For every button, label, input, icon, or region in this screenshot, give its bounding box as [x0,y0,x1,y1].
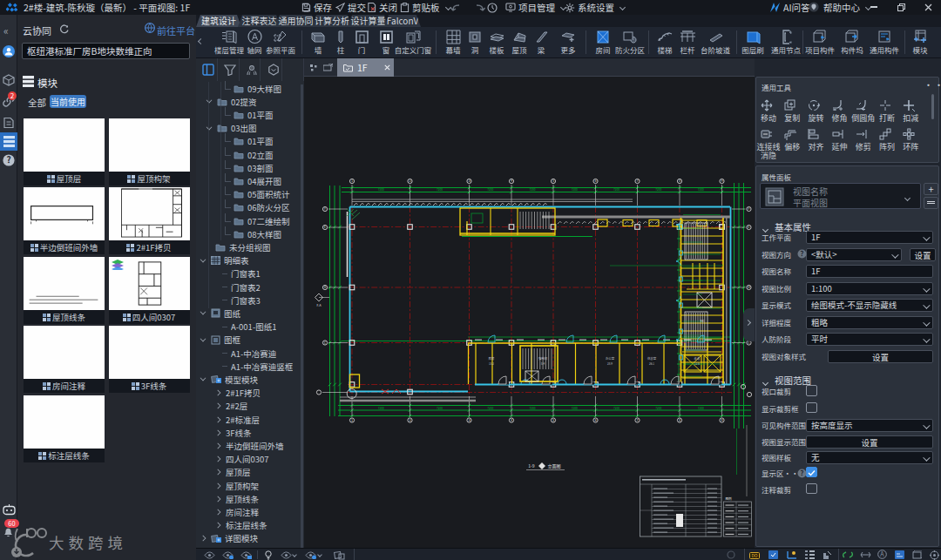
svg-text:7200: 7200 [378,406,384,410]
svg-text:?: ? [801,469,804,477]
svg-text:3: 3 [469,419,470,422]
svg-text:1: 1 [351,419,353,422]
svg-text:立面图: 立面图 [547,462,560,469]
svg-text:7200: 7200 [655,406,661,410]
svg-text:5: 5 [552,419,554,422]
svg-text:1-9: 1-9 [528,462,535,469]
svg-text:D: D [748,286,749,289]
svg-text:7200: 7200 [698,406,704,410]
svg-text:9: 9 [721,179,723,183]
svg-text:7200: 7200 [529,187,535,192]
svg-text:4: 4 [511,179,512,183]
svg-text:12.6: 12.6 [694,362,700,366]
svg-text:8: 8 [679,179,680,183]
svg-text:E: E [324,226,326,229]
svg-text:1: 1 [351,179,353,183]
svg-text:7200: 7200 [613,406,619,410]
svg-text:7200: 7200 [613,187,619,192]
svg-text:?: ? [801,249,804,258]
svg-text:7200: 7200 [698,187,704,192]
svg-text:26.1: 26.1 [649,362,654,366]
svg-text:A: A [880,550,884,558]
svg-text:6: 6 [595,419,597,422]
svg-text:3: 3 [469,179,470,183]
svg-text:7200: 7200 [529,406,535,410]
svg-text:7200: 7200 [437,187,443,192]
svg-text:F: F [324,207,326,211]
svg-text:C: C [748,341,750,345]
svg-text:7200: 7200 [572,406,578,410]
svg-text:D: D [324,286,326,289]
svg-text:休息室: 休息室 [647,356,657,361]
svg-text:15.2: 15.2 [489,362,494,366]
svg-text:7200: 7200 [437,406,443,410]
svg-text:?: ? [7,154,11,165]
svg-text:2: 2 [410,419,411,422]
svg-text:8: 8 [679,419,680,422]
svg-text:WC: WC [700,319,705,323]
svg-text:28.9: 28.9 [607,362,613,366]
svg-text:办公室: 办公室 [606,356,615,361]
svg-text:7200: 7200 [487,406,493,410]
svg-text:7200: 7200 [655,187,661,192]
svg-text:5: 5 [552,179,554,183]
svg-text:强电间: 强电间 [538,356,548,361]
svg-text:图例: 图例 [725,496,732,501]
svg-text:7200: 7200 [572,187,578,192]
svg-text:9: 9 [721,419,723,422]
svg-text:4: 4 [511,419,512,422]
svg-text:F-A: F-A [316,303,322,307]
svg-text:7200: 7200 [487,187,493,192]
svg-text:库房: 库房 [489,356,495,361]
svg-text:7: 7 [637,179,639,183]
svg-text:C: C [324,341,326,345]
svg-text:2: 2 [410,179,411,183]
svg-text:8.4: 8.4 [541,362,545,366]
svg-text:7: 7 [637,419,639,422]
svg-text:走道: 走道 [694,356,701,361]
svg-text:E: E [748,226,750,229]
svg-text:6: 6 [595,179,597,183]
svg-text:DO: DO [751,552,757,558]
svg-text:7200: 7200 [378,187,384,192]
svg-text:F: F [748,207,750,211]
